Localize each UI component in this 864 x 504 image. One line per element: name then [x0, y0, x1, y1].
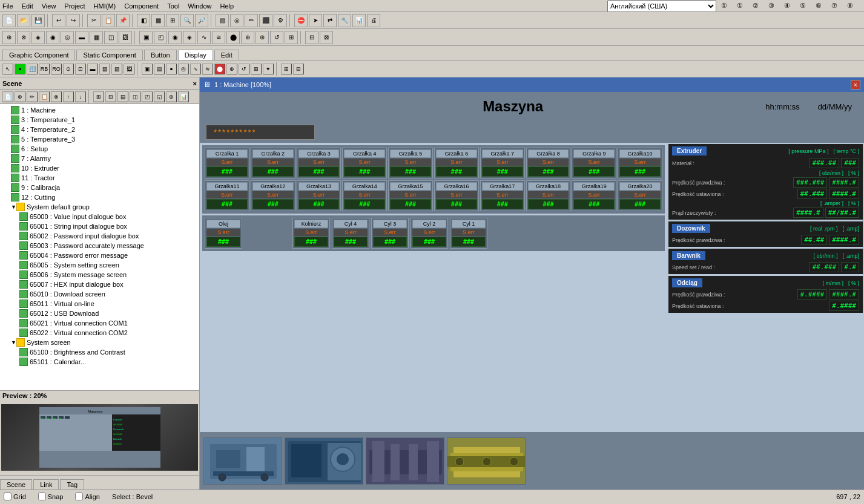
snap-label[interactable]: Snap	[38, 493, 64, 500]
undo-btn[interactable]: ↩	[52, 14, 65, 27]
bottom-heater-name-btn[interactable]: Cyl 3	[373, 220, 407, 228]
scene-tb15[interactable]: 📊	[178, 91, 189, 102]
heater-name-btn[interactable]: Grzałka10	[619, 149, 661, 158]
tb11[interactable]: ⛔	[294, 14, 308, 27]
scene-close-btn[interactable]: ×	[193, 80, 197, 87]
tb10[interactable]: ⚙	[274, 14, 287, 27]
tool-t15[interactable]: ≋	[202, 64, 213, 74]
tool-t13[interactable]: ◎	[178, 64, 189, 74]
tree-item-65000[interactable]: 65000 : Value input dialogue box	[1, 212, 198, 221]
tool-t7[interactable]: ▧	[99, 64, 110, 74]
language-select[interactable]: Английский (США)	[607, 0, 716, 12]
heater-name-btn[interactable]: Grzałka 8	[528, 149, 569, 158]
tb15[interactable]: 📊	[352, 14, 366, 27]
menu-component[interactable]: Component	[124, 2, 159, 10]
tr2-6[interactable]: ▬	[75, 31, 88, 44]
tree-item-65001[interactable]: 65001 : String input dialogue box	[1, 221, 198, 231]
snap-checkbox[interactable]	[38, 493, 46, 500]
tool-cursor[interactable]: ↖	[2, 64, 13, 74]
menu-help[interactable]: Help	[220, 2, 234, 10]
tb7[interactable]: ◎	[230, 14, 243, 27]
scene-tb8[interactable]: ⊞	[93, 91, 104, 102]
cut-btn[interactable]: ✂	[87, 14, 101, 27]
tb3[interactable]: ⊞	[166, 14, 179, 27]
tb12[interactable]: ➤	[309, 14, 322, 27]
heater-name-btn[interactable]: Grzałka13	[298, 182, 340, 191]
heater-name-btn[interactable]: Grzałka 2	[252, 149, 294, 158]
scene-tb3[interactable]: ✏	[27, 91, 38, 102]
tree-item-65002[interactable]: 65002 : Password input dialogue box	[1, 231, 198, 241]
tool-t9[interactable]: 🖼	[124, 64, 134, 74]
tr2-1[interactable]: ⊕	[2, 31, 16, 44]
tool-t12[interactable]: ●	[166, 64, 177, 74]
scene-tb4[interactable]: 📋	[39, 91, 50, 102]
scene-tb6[interactable]: ↑	[63, 91, 74, 102]
menu-edit[interactable]: Edit	[22, 2, 33, 10]
tr2-22[interactable]: ⊠	[320, 31, 333, 44]
tr2-4[interactable]: ◉	[46, 31, 59, 44]
heater-name-btn[interactable]: Grzałka 6	[436, 149, 477, 158]
tool-t10[interactable]: ▣	[142, 64, 153, 74]
tree-item-4[interactable]: 4 : Temperature_2	[1, 125, 198, 134]
bottom-heater-name-btn[interactable]: Kolnierz	[294, 220, 328, 228]
save-btn[interactable]: 💾	[31, 14, 45, 27]
bottom-heater-name-btn[interactable]: Cyl 4	[334, 220, 368, 228]
tree-item-10[interactable]: 10 : Extruder	[1, 163, 198, 173]
tree-item-1[interactable]: 1 : Machine	[1, 105, 198, 115]
menu-hmi[interactable]: HMI(M)	[94, 2, 116, 10]
tb8[interactable]: ✏	[245, 14, 258, 27]
heater-name-btn[interactable]: Grzałka14	[344, 182, 385, 191]
tool-t3[interactable]: RO	[51, 64, 62, 74]
tr2-10[interactable]: ▣	[139, 31, 153, 44]
tool-t16[interactable]: ⬤	[214, 64, 225, 74]
tb9[interactable]: ⬛	[259, 14, 272, 27]
tree-item-65022[interactable]: 65022 : Virtual connection COM2	[1, 328, 198, 338]
tr2-17[interactable]: ⊕	[241, 31, 254, 44]
new-btn[interactable]: 📄	[2, 14, 16, 27]
tree-item-12[interactable]: 12 : Cutting	[1, 192, 198, 202]
bottom-heater-name-btn[interactable]: Olej	[206, 220, 240, 228]
menu-file[interactable]: File	[2, 2, 13, 10]
tr2-7[interactable]: ▦	[90, 31, 103, 44]
tr2-2[interactable]: ⊗	[17, 31, 30, 44]
heater-name-btn[interactable]: Grzałka11	[206, 182, 248, 191]
scene-tb10[interactable]: ▤	[117, 91, 128, 102]
scene-tb13[interactable]: ◱	[154, 91, 165, 102]
scene-tb14[interactable]: ⊕	[166, 91, 177, 102]
tr2-18[interactable]: ⊛	[256, 31, 269, 44]
tr2-9[interactable]: 🖼	[119, 31, 132, 44]
tr2-11[interactable]: ◰	[154, 31, 167, 44]
tool-t18[interactable]: ↺	[239, 64, 249, 74]
grid-label[interactable]: Grid	[4, 493, 26, 500]
tool-t17[interactable]: ⊕	[226, 64, 237, 74]
tr2-8[interactable]: ◫	[104, 31, 117, 44]
tree-item-65004[interactable]: 65004 : Password error message	[1, 250, 198, 260]
tb5[interactable]: 🔎	[195, 14, 208, 27]
tree-item-sys_group[interactable]: ▼ System default group	[1, 202, 198, 212]
tree-item-sys_screen[interactable]: ▼ System screen	[1, 338, 198, 347]
tb13[interactable]: ⇄	[323, 14, 337, 27]
tree-item-6[interactable]: 6 : Setup	[1, 144, 198, 154]
tool-t14[interactable]: ∿	[190, 64, 201, 74]
tab-display[interactable]: Display	[178, 50, 213, 60]
tree-item-7[interactable]: 7 : Alarmy	[1, 154, 198, 163]
grid-checkbox[interactable]	[4, 493, 12, 500]
heater-name-btn[interactable]: Grzałka 4	[344, 149, 385, 158]
bottom-heater-name-btn[interactable]: Cyl 2	[412, 220, 446, 228]
tree-item-65010[interactable]: 65010 : Download screen	[1, 289, 198, 299]
tool-t21[interactable]: ⊞	[281, 64, 292, 74]
tree-item-65021[interactable]: 65021 : Virtual connection COM1	[1, 318, 198, 328]
tree-item-9[interactable]: 9 : Calibracja	[1, 183, 198, 192]
tree-item-65011[interactable]: 65011 : Virtual on-line	[1, 299, 198, 309]
tb4[interactable]: 🔍	[180, 14, 194, 27]
heater-name-btn[interactable]: Grzałka 5	[390, 149, 431, 158]
link-tab[interactable]: Link	[33, 479, 59, 489]
tree-item-65005[interactable]: 65005 : System setting screen	[1, 260, 198, 270]
tree-item-65003[interactable]: 65003 : Password accurately message	[1, 241, 198, 250]
scene-tb1[interactable]: 📄	[2, 91, 13, 102]
scene-tb2[interactable]: ⊕	[15, 91, 25, 102]
tree-item-5[interactable]: 5 : Temperature_3	[1, 134, 198, 144]
tab-graphic-component[interactable]: Graphic Component	[2, 50, 75, 60]
open-btn[interactable]: 📂	[17, 14, 30, 27]
scene-tab[interactable]: Scene	[0, 479, 32, 489]
